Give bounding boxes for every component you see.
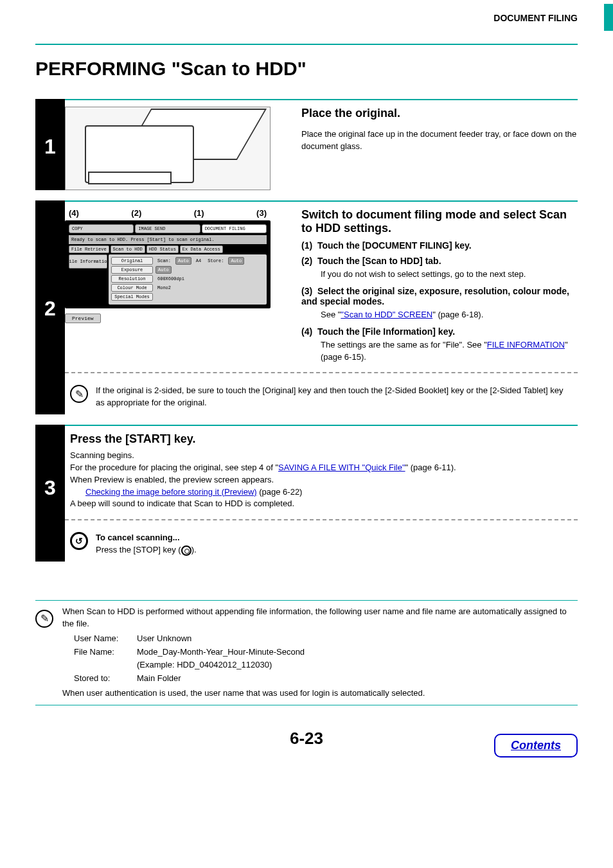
callout-3: (3)	[256, 208, 267, 218]
mfp-exposure-val: Auto	[155, 266, 172, 274]
infobox-intro: When Scan to HDD is performed without ap…	[62, 606, 574, 630]
step2-note: If the original is 2-sided, be sure to t…	[96, 385, 573, 409]
cancel-pre: Press the [STOP] key (	[96, 545, 181, 554]
cancel-icon: ↺	[70, 532, 88, 550]
mfp-resolution: Resolution	[111, 275, 153, 283]
info-stored-value: Main Folder	[137, 673, 574, 685]
mfp-ex-data: Ex Data Access	[180, 245, 223, 253]
mfp-original: Original	[111, 257, 153, 265]
step3-line4-post: (page 6-22)	[257, 487, 303, 497]
sub2-head: Touch the [Scan to HDD] tab.	[317, 256, 441, 266]
mfp-store-auto: Auto	[228, 257, 244, 265]
mfp-screen-illustration: (4) (2) (1) (3) COPY IMAGE SEND DOCUMENT…	[65, 208, 271, 323]
mfp-colour-mode: Colour Mode	[111, 284, 153, 292]
mfp-colour-val: Mono2	[155, 285, 173, 291]
info-username-value: User Unknown	[137, 633, 574, 645]
scan-to-hdd-screen-link[interactable]: "Scan to HDD" SCREEN	[341, 310, 432, 319]
mfp-hdd-status: HDD Status	[147, 245, 179, 253]
quick-file-link[interactable]: SAVING A FILE WITH "Quick File"	[278, 463, 405, 472]
infobox-outro: When user authentication is used, the us…	[62, 687, 574, 700]
contents-button[interactable]: Contents	[494, 734, 578, 757]
pencil-note-icon: ✎	[35, 610, 53, 628]
info-username-label: User Name:	[74, 633, 132, 645]
mfp-scan-hdd: Scan to HDD	[111, 245, 145, 253]
step-number-3: 3	[35, 425, 65, 500]
step3-line2-post: " (page 6-11).	[405, 463, 456, 472]
mfp-resolution-val: 600X600dpi	[155, 276, 186, 282]
sub3-post: " (page 6-18).	[432, 310, 483, 319]
sub2-label: (2)	[301, 256, 312, 266]
step2-title: Switch to document filing mode and selec…	[301, 208, 578, 235]
section-header: DOCUMENT FILING	[493, 13, 578, 23]
cancel-post: ).	[191, 545, 197, 554]
step1-text: Place the original face up in the docume…	[301, 128, 578, 153]
step3-title: Press the [START] key.	[70, 432, 578, 446]
mfp-ready-message: Ready to scan to HDD. Press [Start] to s…	[69, 235, 267, 244]
mfp-file-information: File Information	[69, 254, 107, 269]
sub3-pre: See "	[321, 310, 341, 319]
step1-title: Place the original.	[301, 107, 578, 120]
sub4-pre: The settings are the same as for "File".…	[321, 340, 487, 350]
step3-line2-pre: For the procedure for placing the origin…	[70, 463, 278, 472]
file-information-link[interactable]: FILE INFORMATION	[487, 340, 565, 350]
mfp-file-retrieve: File Retrieve	[69, 245, 109, 253]
info-filename-label: File Name:	[74, 646, 132, 659]
mfp-scan-size: A4	[194, 258, 203, 264]
pencil-note-icon: ✎	[70, 385, 88, 403]
step3-line3: When Preview is enabled, the preview scr…	[70, 474, 578, 486]
mfp-exposure: Exposure	[111, 266, 153, 274]
cancel-head: To cancel scanning...	[96, 532, 573, 544]
sub2-body: If you do not wish to select settings, g…	[321, 269, 578, 281]
dashed-separator	[65, 372, 578, 373]
callout-4: (4)	[69, 208, 79, 218]
sub4-label: (4)	[301, 326, 312, 337]
step3-line1: Scanning begins.	[70, 450, 578, 462]
info-filename-value: Mode_Day-Month-Year_Hour-Minute-Second	[137, 646, 574, 659]
mfp-preview-button: Preview	[65, 314, 101, 323]
sub3-label: (3)	[301, 286, 312, 296]
mfp-scan-auto: Auto	[175, 257, 191, 265]
mfp-special-modes: Special Modes	[111, 293, 153, 301]
callout-2: (2)	[131, 208, 141, 218]
sub3-head: Select the original size, exposure, reso…	[301, 286, 569, 306]
step-number-1: 1	[35, 99, 65, 159]
dashed-separator-3	[65, 519, 578, 520]
info-filename-example: (Example: HDD_04042012_112030)	[137, 659, 574, 671]
mfp-tab-send: IMAGE SEND	[135, 224, 200, 233]
sub4-head: Touch the [File Information] key.	[317, 326, 455, 337]
preview-link[interactable]: Checking the image before storing it (Pr…	[85, 487, 257, 497]
mfp-tab-copy: COPY	[69, 224, 134, 233]
side-tab-marker	[604, 4, 613, 31]
mfp-store-label: Store:	[206, 258, 226, 264]
header-rule	[35, 44, 578, 45]
callout-1: (1)	[194, 208, 204, 218]
sub1-head: Touch the [DOCUMENT FILING] key.	[317, 240, 472, 251]
step-number-2: 2	[35, 200, 65, 321]
step3-line5: A beep will sound to indicate that Scan …	[70, 498, 578, 510]
info-stored-label: Stored to:	[74, 673, 132, 685]
page-title: PERFORMING "Scan to HDD"	[35, 58, 578, 80]
sub1-label: (1)	[301, 240, 312, 251]
printer-illustration	[65, 107, 271, 190]
mfp-scan-label: Scan:	[155, 258, 173, 264]
stop-key-icon	[181, 545, 191, 556]
mfp-tab-filing: DOCUMENT FILING	[202, 224, 267, 233]
